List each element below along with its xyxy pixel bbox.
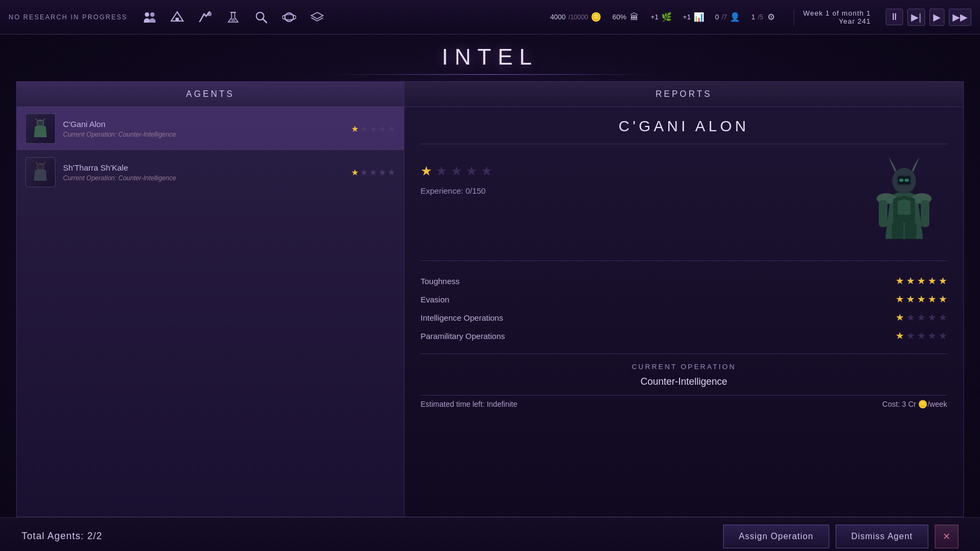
- svg-line-8: [263, 19, 267, 23]
- building-icon[interactable]: [167, 8, 187, 27]
- agent-detail: C'GANI ALON ★ ★ ★ ★ ★ Experience: 0/150: [404, 107, 963, 517]
- operation-name: Counter-Intelligence: [421, 376, 947, 387]
- assign-operation-button[interactable]: Assign Operation: [723, 525, 829, 548]
- agent-stars-shtharra: ★ ★ ★ ★ ★: [351, 167, 395, 178]
- agent-name-cgani: C'Gani Alon: [63, 119, 351, 129]
- fast-forward-button[interactable]: ▶▶: [949, 9, 971, 26]
- evasion-stars: ★ ★ ★ ★ ★: [895, 293, 947, 305]
- credits-resource: 4000 /10000 🪙: [550, 12, 602, 23]
- factory-icon: 📊: [694, 12, 704, 23]
- svg-rect-13: [38, 121, 43, 125]
- date-display: Week 1 of month 1 Year 241: [794, 9, 871, 25]
- play-button[interactable]: ▶: [929, 9, 944, 26]
- svg-point-10: [282, 15, 296, 20]
- attributes-section: Toughness ★ ★ ★ ★ ★ Evasion ★ ★ ★: [421, 272, 947, 354]
- agent-portrait: [861, 153, 947, 250]
- intel-ops-row: Intelligence Operations ★ ★ ★ ★ ★: [421, 308, 947, 327]
- agent-avatar-shtharra: [25, 157, 55, 187]
- agents-panel: AGENTS: [17, 82, 404, 517]
- svg-point-21: [899, 179, 904, 182]
- intel-ops-stars: ★ ★ ★ ★ ★: [895, 312, 947, 323]
- svg-rect-15: [38, 165, 43, 169]
- operation-section: CURRENT OPERATION Counter-Intelligence E…: [421, 363, 947, 408]
- svg-rect-25: [892, 223, 904, 239]
- planet-icon[interactable]: [279, 8, 299, 27]
- agent-op-shtharra: Current Operation: Counter-Intelligence: [63, 174, 351, 182]
- construction-icon[interactable]: [195, 8, 215, 27]
- svg-rect-3: [176, 18, 179, 21]
- research-status: NO RESEARCH IN PROGRESS: [9, 13, 128, 21]
- resources-bar: 4000 /10000 🪙 60% 🏛 +1 🌿 +1 📊 0 /7 👤 1 /…: [550, 12, 777, 23]
- agent-item-cgani[interactable]: C'Gani Alon Current Operation: Counter-I…: [17, 107, 404, 151]
- bottom-actions: Assign Operation Dismiss Agent ×: [723, 525, 958, 548]
- para-ops-stars: ★ ★ ★ ★ ★: [895, 330, 947, 342]
- search-icon[interactable]: [251, 8, 271, 27]
- page-title: INTEL: [0, 44, 980, 70]
- detail-agent-name: C'GANI ALON: [421, 118, 947, 144]
- toughness-stars: ★ ★ ★ ★ ★: [895, 275, 947, 287]
- intel-ops-label: Intelligence Operations: [421, 313, 503, 322]
- agent-info-shtharra: Sh'Tharra Sh'Kale Current Operation: Cou…: [63, 163, 351, 182]
- agents-resource: 0 /7 👤: [715, 12, 740, 23]
- detail-top: ★ ★ ★ ★ ★ Experience: 0/150: [421, 153, 947, 261]
- fleet-icon: ⚙: [766, 12, 776, 23]
- reports-panel: REPORTS C'GANI ALON ★ ★ ★ ★ ★ Experience…: [404, 82, 963, 517]
- step-button[interactable]: ▶|: [907, 9, 925, 26]
- detail-stats-left: ★ ★ ★ ★ ★ Experience: 0/150: [421, 153, 845, 195]
- pause-button[interactable]: ⏸: [886, 9, 903, 25]
- toughness-row: Toughness ★ ★ ★ ★ ★: [421, 272, 947, 290]
- agent-op-cgani: Current Operation: Counter-Intelligence: [63, 131, 351, 138]
- evasion-label: Evasion: [421, 295, 449, 304]
- main-content: AGENTS: [16, 81, 964, 517]
- para-ops-label: Paramilitary Operations: [421, 331, 505, 341]
- industry-resource: 60% 🏛: [612, 12, 640, 23]
- title-divider: [328, 74, 652, 75]
- operation-cost: Cost: 3 Cr 🪙/week: [883, 400, 947, 408]
- svg-point-1: [150, 12, 155, 17]
- svg-point-4: [207, 12, 212, 16]
- toughness-label: Toughness: [421, 277, 460, 286]
- agent-info-cgani: C'Gani Alon Current Operation: Counter-I…: [63, 119, 351, 138]
- colonists-icon[interactable]: [139, 8, 159, 27]
- food-icon: 🌿: [661, 12, 672, 23]
- svg-rect-24: [921, 200, 929, 227]
- agent-stars-cgani: ★ ★ ★ ★ ★: [351, 124, 395, 134]
- bottom-bar: Total Agents: 2/2 Assign Operation Dismi…: [0, 517, 980, 551]
- reports-header: REPORTS: [404, 82, 963, 107]
- svg-rect-5: [230, 12, 236, 13]
- operation-details: Estimated time left: Indefinite Cost: 3 …: [421, 395, 947, 408]
- fleet-resource: 1 /5 ⚙: [751, 12, 776, 23]
- page-title-section: INTEL: [0, 34, 980, 81]
- dismiss-agent-button[interactable]: Dismiss Agent: [836, 525, 928, 548]
- top-icons: [139, 8, 544, 27]
- food-resource: +1 🌿: [650, 12, 672, 23]
- evasion-row: Evasion ★ ★ ★ ★ ★: [421, 290, 947, 308]
- close-button[interactable]: ×: [935, 525, 958, 548]
- time-left: Estimated time left: Indefinite: [421, 400, 517, 408]
- svg-point-0: [145, 12, 149, 17]
- total-agents: Total Agents: 2/2: [22, 531, 102, 542]
- agents-header: AGENTS: [17, 82, 404, 107]
- experience-text: Experience: 0/150: [421, 186, 845, 195]
- svg-marker-11: [311, 12, 323, 19]
- operation-label: CURRENT OPERATION: [421, 363, 947, 371]
- top-bar: NO RESEARCH IN PROGRESS: [0, 0, 980, 34]
- industry-icon: 🏛: [629, 12, 640, 23]
- credits-icon: 🪙: [591, 12, 601, 23]
- svg-point-22: [905, 179, 909, 182]
- layers-icon[interactable]: [307, 8, 327, 27]
- svg-rect-23: [879, 200, 887, 227]
- science-icon[interactable]: [223, 8, 243, 27]
- agent-list: C'Gani Alon Current Operation: Counter-I…: [17, 107, 404, 517]
- para-ops-row: Paramilitary Operations ★ ★ ★ ★ ★: [421, 327, 947, 345]
- svg-point-6: [231, 18, 235, 22]
- svg-rect-26: [905, 223, 916, 239]
- production-resource: +1 📊: [683, 12, 704, 23]
- agent-name-shtharra: Sh'Tharra Sh'Kale: [63, 163, 351, 172]
- detail-star-rating: ★ ★ ★ ★ ★: [421, 164, 845, 179]
- agent-avatar-cgani: [25, 114, 55, 144]
- agent-icon: 👤: [730, 12, 740, 23]
- playback-controls: ⏸ ▶| ▶ ▶▶: [886, 9, 971, 26]
- agent-item-shtharra[interactable]: Sh'Tharra Sh'Kale Current Operation: Cou…: [17, 151, 404, 194]
